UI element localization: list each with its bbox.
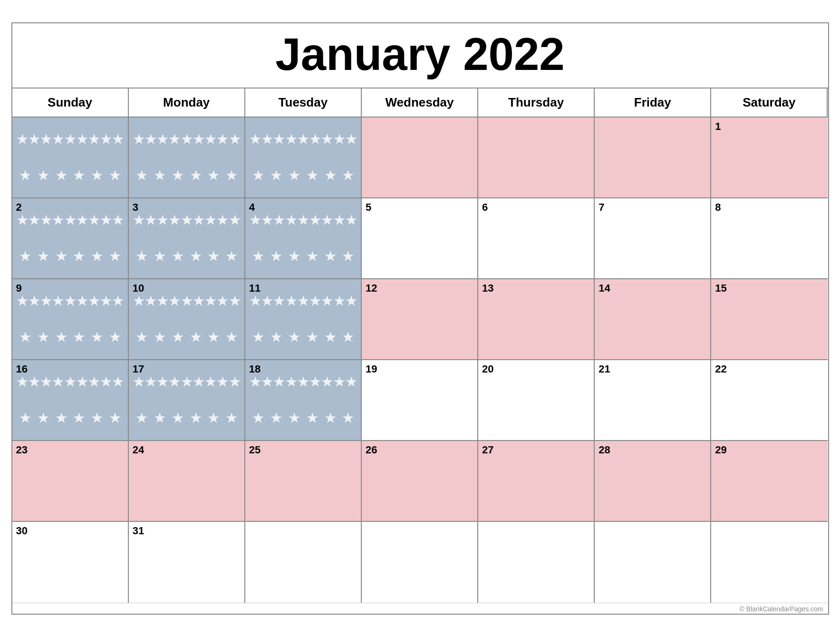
- star-icon: ★: [205, 133, 216, 146]
- star-icon: ★: [56, 331, 67, 343]
- star-icon: ★: [56, 169, 67, 182]
- star-icon: ★: [252, 412, 263, 424]
- star-icon: ★: [109, 169, 120, 182]
- calendar-cell: [595, 522, 711, 603]
- star-icon: ★: [133, 295, 144, 307]
- star-icon: ★: [273, 133, 284, 146]
- star-icon: ★: [193, 376, 204, 388]
- star-icon: ★: [270, 412, 281, 424]
- star-icon: ★: [325, 412, 336, 424]
- star-icon: ★: [169, 295, 180, 307]
- date-number: 29: [715, 444, 726, 456]
- star-icon: ★: [342, 250, 353, 263]
- calendar-cell: ★★★★★★★★★★★★★★★: [129, 118, 245, 198]
- star-icon: ★: [29, 295, 39, 307]
- calendar-cell: 7: [595, 198, 711, 279]
- calendar-cell: ★★★★★★★★★★★★★★★4: [245, 198, 362, 279]
- date-number: 17: [133, 363, 144, 375]
- star-icon: ★: [157, 214, 168, 226]
- star-icon: ★: [217, 376, 228, 388]
- star-icon: ★: [252, 169, 263, 182]
- calendar-cell: 25: [245, 441, 362, 522]
- star-icon: ★: [226, 250, 237, 263]
- star-icon: ★: [19, 331, 30, 343]
- star-icon: ★: [190, 169, 201, 182]
- star-icon: ★: [229, 133, 240, 146]
- star-icon: ★: [181, 295, 192, 307]
- star-icon: ★: [289, 331, 299, 343]
- star-icon: ★: [133, 133, 144, 146]
- star-icon: ★: [157, 376, 168, 388]
- day-header-monday: Monday: [129, 88, 245, 118]
- star-icon: ★: [88, 295, 99, 307]
- star-icon: ★: [261, 376, 272, 388]
- star-icon: ★: [190, 331, 201, 343]
- star-icon: ★: [17, 214, 28, 226]
- star-icon: ★: [342, 169, 353, 182]
- calendar-cell: ★★★★★★★★★★★★★★★10: [129, 279, 245, 360]
- star-icon: ★: [250, 295, 261, 307]
- day-header-tuesday: Tuesday: [245, 88, 362, 118]
- star-icon: ★: [17, 133, 28, 146]
- date-number: 8: [715, 201, 721, 213]
- calendar-cell: 30: [12, 522, 129, 603]
- star-icon: ★: [309, 133, 320, 146]
- star-icon: ★: [52, 133, 63, 146]
- calendar-cell: [478, 522, 595, 603]
- star-icon: ★: [169, 376, 180, 388]
- star-icon: ★: [309, 376, 320, 388]
- star-icon: ★: [307, 331, 318, 343]
- calendar-cell: ★★★★★★★★★★★★★★★11: [245, 279, 362, 360]
- star-icon: ★: [91, 412, 102, 424]
- star-icon: ★: [229, 214, 240, 226]
- star-icon: ★: [193, 133, 204, 146]
- date-number: 15: [715, 282, 726, 294]
- star-icon: ★: [208, 250, 219, 263]
- star-icon: ★: [112, 214, 123, 226]
- date-number: 12: [366, 282, 377, 294]
- star-icon: ★: [172, 412, 183, 424]
- date-number: 2: [16, 201, 22, 213]
- watermark: © BlankCalendarPages.com: [12, 603, 828, 614]
- date-number: 19: [366, 363, 377, 375]
- star-icon: ★: [65, 376, 76, 388]
- calendar-container: January 2022 SundayMondayTuesdayWednesda…: [11, 22, 829, 615]
- star-icon: ★: [250, 376, 261, 388]
- star-icon: ★: [250, 133, 261, 146]
- star-icon: ★: [40, 133, 51, 146]
- date-number: 31: [133, 525, 144, 537]
- calendar-cell: ★★★★★★★★★★★★★★★: [245, 118, 362, 198]
- calendar-cell: 8: [711, 198, 828, 279]
- calendar-cell: 29: [711, 441, 828, 522]
- day-header-wednesday: Wednesday: [362, 88, 478, 118]
- star-icon: ★: [88, 376, 99, 388]
- star-icon: ★: [52, 376, 63, 388]
- calendar-cell: 21: [595, 360, 711, 441]
- calendar-cell: ★★★★★★★★★★★★★★★2: [12, 198, 129, 279]
- date-number: 9: [16, 282, 22, 294]
- star-icon: ★: [56, 250, 67, 263]
- star-icon: ★: [19, 250, 30, 263]
- star-icon: ★: [73, 331, 84, 343]
- star-icon: ★: [190, 250, 201, 263]
- star-icon: ★: [298, 133, 309, 146]
- star-icon: ★: [172, 250, 183, 263]
- star-icon: ★: [252, 331, 263, 343]
- star-icon: ★: [38, 331, 48, 343]
- star-icon: ★: [154, 412, 165, 424]
- star-icon: ★: [40, 214, 51, 226]
- star-icon: ★: [346, 133, 357, 146]
- calendar-cell: [478, 118, 595, 198]
- star-icon: ★: [307, 169, 318, 182]
- star-icon: ★: [145, 376, 156, 388]
- star-icon: ★: [133, 376, 144, 388]
- star-icon: ★: [208, 412, 219, 424]
- date-number: 25: [249, 444, 261, 456]
- calendar-cell: 1: [711, 118, 828, 198]
- star-icon: ★: [261, 295, 272, 307]
- star-icon: ★: [77, 295, 87, 307]
- star-icon: ★: [321, 295, 332, 307]
- calendar-title: January 2022: [12, 23, 828, 88]
- calendar-cell: [245, 522, 362, 603]
- star-icon: ★: [73, 169, 84, 182]
